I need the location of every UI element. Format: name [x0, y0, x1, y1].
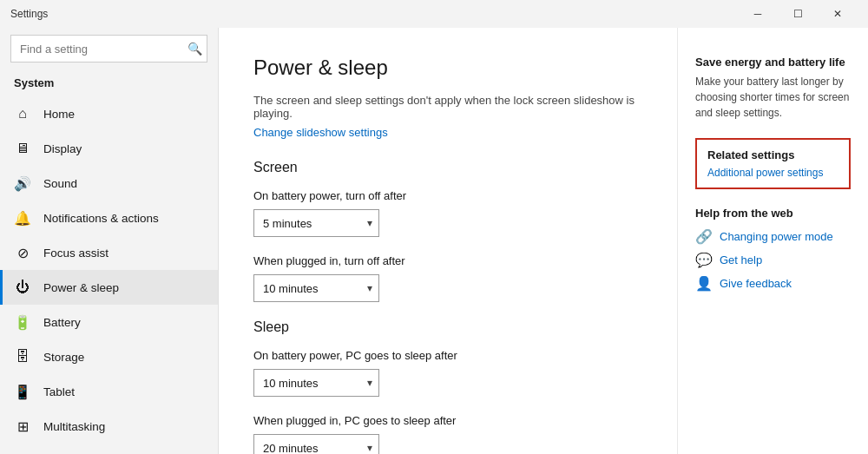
- close-button[interactable]: ✕: [818, 0, 858, 28]
- changing-power-mode-link[interactable]: 🔗 Changing power mode: [695, 228, 851, 245]
- screen-battery-dropdown[interactable]: 5 minutes 1 minute 2 minutes 3 minutes 1…: [253, 209, 379, 237]
- titlebar: Settings ─ ☐ ✕: [0, 0, 868, 28]
- sleep-section-title: Sleep: [253, 319, 642, 335]
- focus-assist-icon: ⊘: [14, 244, 31, 261]
- minimize-button[interactable]: ─: [738, 0, 778, 28]
- feedback-icon: 👤: [695, 275, 713, 292]
- right-panel: Save energy and battery life Make your b…: [677, 28, 868, 454]
- sidebar-item-label: Power & sleep: [43, 281, 119, 294]
- screen-plugged-dropdown-wrapper: 10 minutes 1 minute 2 minutes 5 minutes …: [253, 274, 379, 302]
- sound-icon: 🔊: [14, 174, 31, 192]
- window-controls: ─ ☐ ✕: [738, 0, 858, 28]
- sidebar-item-battery[interactable]: 🔋 Battery: [0, 305, 218, 339]
- multitasking-icon: ⊞: [14, 418, 31, 435]
- save-energy-title: Save energy and battery life: [695, 56, 851, 69]
- screen-plugged-label: When plugged in, turn off after: [253, 254, 642, 267]
- search-input[interactable]: [10, 35, 207, 63]
- screen-section-title: Screen: [253, 160, 642, 175]
- sidebar-item-multitasking[interactable]: ⊞ Multitasking: [0, 409, 218, 444]
- search-container: 🔍: [10, 35, 207, 63]
- sidebar-item-display[interactable]: 🖥 Display: [0, 131, 218, 166]
- app-title: Settings: [10, 8, 48, 20]
- sidebar: 🔍 System ⌂ Home 🖥 Display 🔊 Sound 🔔 Noti…: [0, 28, 219, 454]
- sleep-plugged-dropdown-wrapper: 20 minutes 5 minutes 10 minutes 15 minut…: [253, 434, 379, 454]
- sidebar-item-tablet[interactable]: 📱 Tablet: [0, 374, 218, 409]
- sleep-battery-dropdown-wrapper: 10 minutes 1 minute 2 minutes 5 minutes …: [253, 369, 379, 397]
- related-settings-box: Related settings Additional power settin…: [695, 138, 851, 189]
- sidebar-item-label: Tablet: [43, 385, 75, 398]
- sidebar-item-label: Sound: [43, 177, 77, 190]
- main-content: Power & sleep The screen and sleep setti…: [219, 28, 677, 454]
- restore-button[interactable]: ☐: [778, 0, 818, 28]
- save-energy-text: Make your battery last longer by choosin…: [695, 74, 851, 121]
- app-body: 🔍 System ⌂ Home 🖥 Display 🔊 Sound 🔔 Noti…: [0, 28, 868, 454]
- sidebar-item-storage[interactable]: 🗄 Storage: [0, 339, 218, 374]
- sidebar-item-label: Notifications & actions: [43, 212, 159, 225]
- sleep-battery-label: On battery power, PC goes to sleep after: [253, 349, 642, 362]
- get-help-link[interactable]: 💬 Get help: [695, 252, 851, 268]
- storage-icon: 🗄: [14, 348, 31, 365]
- help-link3-label: Give feedback: [720, 277, 792, 290]
- sidebar-item-sound[interactable]: 🔊 Sound: [0, 166, 218, 201]
- sidebar-item-label: Focus assist: [43, 247, 108, 260]
- sidebar-item-projecting[interactable]: 📽 Projecting to this PC: [0, 444, 218, 454]
- screen-battery-dropdown-wrapper: 5 minutes 1 minute 2 minutes 3 minutes 1…: [253, 209, 379, 237]
- power-icon: ⏻: [14, 279, 31, 296]
- battery-icon: 🔋: [14, 313, 31, 331]
- notifications-icon: 🔔: [14, 209, 31, 227]
- sleep-plugged-label: When plugged in, PC goes to sleep after: [253, 414, 642, 427]
- sleep-plugged-dropdown[interactable]: 20 minutes 5 minutes 10 minutes 15 minut…: [253, 434, 379, 454]
- page-title: Power & sleep: [253, 56, 642, 80]
- sidebar-item-home[interactable]: ⌂ Home: [0, 96, 218, 131]
- slideshow-link[interactable]: Change slideshow settings: [253, 126, 388, 139]
- sidebar-item-notifications[interactable]: 🔔 Notifications & actions: [0, 201, 218, 235]
- give-feedback-link[interactable]: 👤 Give feedback: [695, 275, 851, 292]
- info-text: The screen and sleep settings don't appl…: [253, 94, 642, 120]
- sidebar-item-label: Home: [43, 108, 75, 121]
- screen-battery-label: On battery power, turn off after: [253, 189, 642, 202]
- help-icon: 💬: [695, 252, 713, 268]
- help-link2-label: Get help: [720, 253, 762, 266]
- help-link1-label: Changing power mode: [720, 230, 833, 243]
- additional-power-settings-link[interactable]: Additional power settings: [707, 167, 823, 179]
- search-icon-button[interactable]: 🔍: [187, 42, 202, 56]
- sidebar-item-focus-assist[interactable]: ⊘ Focus assist: [0, 235, 218, 270]
- link-icon: 🔗: [695, 228, 713, 245]
- help-from-web-title: Help from the web: [695, 207, 851, 220]
- sidebar-item-label: Display: [43, 142, 82, 155]
- sidebar-section-label: System: [0, 73, 218, 96]
- sleep-battery-dropdown[interactable]: 10 minutes 1 minute 2 minutes 5 minutes …: [253, 369, 379, 397]
- related-settings-title: Related settings: [707, 148, 838, 161]
- sidebar-item-label: Multitasking: [43, 420, 105, 433]
- display-icon: 🖥: [14, 140, 31, 157]
- sidebar-item-label: Battery: [43, 316, 81, 329]
- sidebar-item-power-sleep[interactable]: ⏻ Power & sleep: [0, 270, 218, 305]
- sidebar-item-label: Storage: [43, 351, 84, 364]
- tablet-icon: 📱: [14, 383, 31, 400]
- home-icon: ⌂: [14, 105, 31, 122]
- screen-plugged-dropdown[interactable]: 10 minutes 1 minute 2 minutes 5 minutes …: [253, 274, 379, 302]
